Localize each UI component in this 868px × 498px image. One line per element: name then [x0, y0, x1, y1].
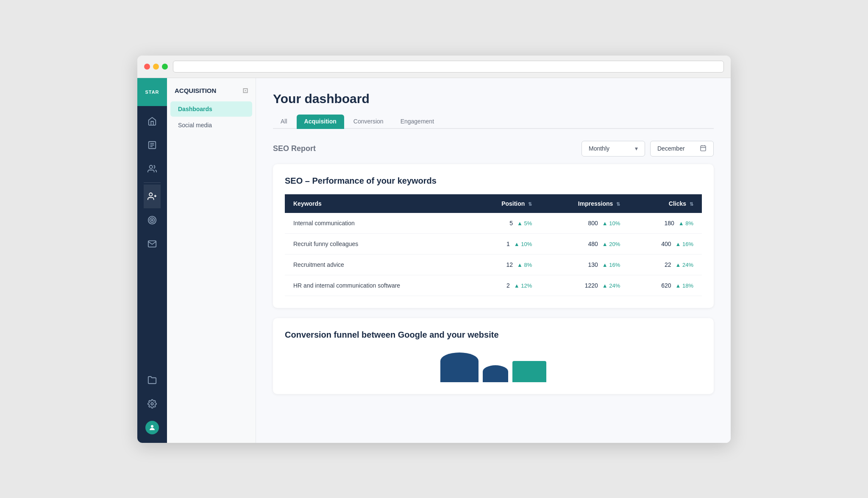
collapse-icon[interactable]: ⊡	[242, 87, 248, 95]
address-bar[interactable]	[173, 61, 724, 73]
mail-icon[interactable]	[144, 232, 161, 256]
date-picker-value: December	[657, 145, 685, 152]
cell-clicks-0: 180 ▲ 8%	[629, 213, 702, 234]
col-keywords: Keywords	[285, 194, 470, 213]
sidebar-item-dashboards[interactable]: Dashboards	[170, 101, 252, 117]
seo-card-title: SEO – Performance of your keywords	[285, 176, 702, 186]
funnel-connector	[483, 365, 508, 382]
table-row: Recruitment advice 12 ▲ 8% 130 ▲ 16% 22 …	[285, 254, 702, 275]
cell-clicks-1: 400 ▲ 16%	[629, 233, 702, 254]
svg-rect-13	[701, 145, 706, 151]
fullscreen-button[interactable]	[162, 64, 168, 70]
table-row: Internal communication 5 ▲ 5% 800 ▲ 10% …	[285, 213, 702, 234]
funnel-card: Conversion funnel between Google and you…	[273, 318, 714, 394]
svg-point-5	[149, 193, 152, 196]
avatar-icon[interactable]	[144, 416, 161, 439]
cell-impressions-0: 800 ▲ 10%	[540, 213, 629, 234]
cell-keyword-3: HR and internal communication software	[285, 275, 470, 296]
app-layout: STAR	[137, 78, 731, 443]
period-dropdown[interactable]: Monthly ▾	[581, 141, 645, 157]
cell-clicks-2: 22 ▲ 24%	[629, 254, 702, 275]
funnel-chart	[285, 348, 702, 382]
sidebar-nav-title: ACQUISITION ⊡	[167, 78, 256, 101]
table-row: Recruit funny colleagues 1 ▲ 10% 480 ▲ 2…	[285, 233, 702, 254]
funnel-bar-1	[440, 353, 479, 382]
sort-icon-clicks: ⇅	[690, 201, 693, 207]
user-add-icon[interactable]	[144, 185, 161, 208]
col-impressions[interactable]: Impressions ⇅	[540, 194, 629, 213]
browser-window: STAR	[137, 56, 731, 443]
funnel-bar-2	[512, 361, 546, 382]
svg-point-9	[150, 218, 155, 222]
sidebar-icons: STAR	[137, 78, 167, 443]
settings-icon[interactable]	[144, 392, 161, 416]
cell-position-3: 2 ▲ 12%	[470, 275, 540, 296]
separator	[144, 182, 161, 183]
tabs-row: All Acquisition Conversion Engagement	[273, 115, 714, 129]
calendar-icon	[700, 145, 707, 153]
svg-point-11	[151, 403, 153, 405]
cell-keyword-1: Recruit funny colleagues	[285, 233, 470, 254]
funnel-title: Conversion funnel between Google and you…	[285, 330, 702, 340]
tab-engagement[interactable]: Engagement	[393, 115, 442, 129]
icons-column	[144, 106, 161, 443]
chevron-down-icon: ▾	[635, 145, 638, 152]
sidebar-item-social-media[interactable]: Social media	[170, 118, 252, 133]
date-picker[interactable]: December	[650, 141, 714, 157]
main-content: Your dashboard All Acquisition Conversio…	[256, 78, 731, 443]
sort-icon-position: ⇅	[528, 201, 532, 207]
cell-impressions-3: 1220 ▲ 24%	[540, 275, 629, 296]
col-position[interactable]: Position ⇅	[470, 194, 540, 213]
folder-icon[interactable]	[144, 368, 161, 392]
home-icon[interactable]	[144, 109, 161, 133]
period-dropdown-value: Monthly	[589, 145, 609, 152]
seo-table: Keywords Position ⇅ Impressions ⇅	[285, 194, 702, 296]
tab-acquisition[interactable]: Acquisition	[297, 115, 344, 129]
brand-logo[interactable]: STAR	[137, 78, 167, 106]
cell-keyword-2: Recruitment advice	[285, 254, 470, 275]
col-clicks[interactable]: Clicks ⇅	[629, 194, 702, 213]
users-icon[interactable]	[144, 157, 161, 181]
cell-position-0: 5 ▲ 5%	[470, 213, 540, 234]
cell-keyword-0: Internal communication	[285, 213, 470, 234]
page-title: Your dashboard	[273, 92, 714, 106]
cell-clicks-3: 620 ▲ 18%	[629, 275, 702, 296]
svg-point-4	[150, 165, 153, 168]
seo-section-header: SEO Report Monthly ▾ December	[273, 141, 714, 157]
seo-section-title: SEO Report	[273, 144, 316, 153]
svg-point-12	[151, 425, 153, 428]
svg-point-10	[151, 219, 153, 221]
browser-chrome	[137, 56, 731, 78]
traffic-lights	[144, 64, 168, 70]
document-icon[interactable]	[144, 133, 161, 157]
target-icon[interactable]	[144, 208, 161, 232]
cell-position-2: 12 ▲ 8%	[470, 254, 540, 275]
sidebar-nav: ACQUISITION ⊡ Dashboards Social media	[167, 78, 256, 443]
tab-all[interactable]: All	[273, 115, 295, 129]
seo-keywords-card: SEO – Performance of your keywords Keywo…	[273, 164, 714, 308]
close-button[interactable]	[144, 64, 150, 70]
cell-position-1: 1 ▲ 10%	[470, 233, 540, 254]
section-controls: Monthly ▾ December	[581, 141, 714, 157]
sort-icon-impressions: ⇅	[616, 201, 620, 207]
brand-text: STAR	[145, 90, 159, 95]
minimize-button[interactable]	[153, 64, 159, 70]
table-header-row: Keywords Position ⇅ Impressions ⇅	[285, 194, 702, 213]
table-row: HR and internal communication software 2…	[285, 275, 702, 296]
cell-impressions-1: 480 ▲ 20%	[540, 233, 629, 254]
tab-conversion[interactable]: Conversion	[346, 115, 391, 129]
cell-impressions-2: 130 ▲ 16%	[540, 254, 629, 275]
